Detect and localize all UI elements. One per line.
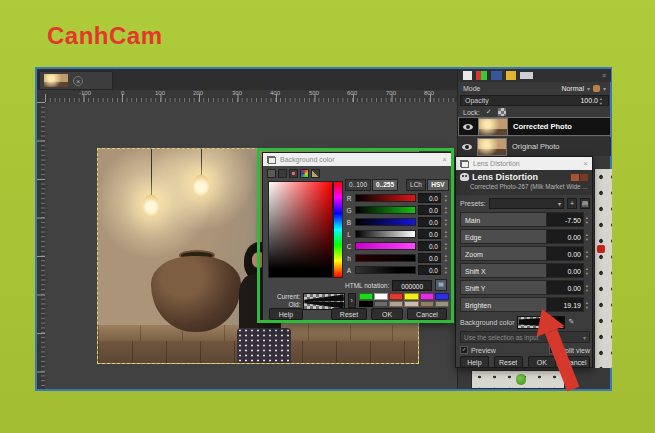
manage-presets-button[interactable]: ▤ bbox=[580, 198, 590, 209]
layer-row-corrected[interactable]: Corrected Photo bbox=[458, 117, 611, 136]
palette-swatch[interactable] bbox=[389, 301, 403, 308]
palette-arrow-button[interactable]: › bbox=[348, 293, 356, 308]
param-label[interactable]: Main bbox=[460, 212, 546, 227]
split-view-checkbox[interactable] bbox=[549, 346, 557, 354]
channel-value[interactable]: 0.0 bbox=[418, 217, 441, 227]
ok-button[interactable]: OK bbox=[371, 308, 403, 320]
cancel-button[interactable]: Cancel bbox=[561, 356, 590, 368]
channel-slider[interactable] bbox=[355, 266, 416, 274]
layer-name[interactable]: Corrected Photo bbox=[513, 122, 572, 131]
paths-tab-icon[interactable] bbox=[491, 71, 502, 80]
brush-thumbnail-green[interactable] bbox=[516, 374, 526, 385]
undo-history-tab-icon[interactable] bbox=[506, 71, 516, 80]
channel-slider[interactable] bbox=[355, 206, 416, 214]
mode-switch-icon[interactable] bbox=[593, 85, 600, 92]
param-value[interactable]: 0.00 bbox=[546, 246, 584, 261]
presets-dropdown[interactable]: ▾ bbox=[489, 198, 564, 209]
close-icon[interactable]: × bbox=[442, 155, 447, 164]
saturation-value-square[interactable] bbox=[268, 181, 333, 278]
lock-alpha-icon[interactable] bbox=[498, 108, 506, 116]
param-value[interactable]: 19.19 bbox=[546, 297, 584, 312]
param-label[interactable]: Edge bbox=[460, 229, 546, 244]
lens-dialog-titlebar[interactable]: Lens Distortion × bbox=[456, 157, 592, 170]
param-label[interactable]: Shift Y bbox=[460, 280, 546, 295]
html-notation-input[interactable]: 000000 bbox=[392, 280, 432, 291]
palette-swatch[interactable] bbox=[404, 301, 418, 308]
tab-close-icon[interactable]: × bbox=[73, 76, 83, 86]
mode-chevron-icon[interactable]: ▾ bbox=[587, 85, 590, 92]
channel-slider[interactable] bbox=[355, 254, 416, 262]
param-label[interactable]: Zoom bbox=[460, 246, 546, 261]
cancel-button[interactable]: Cancel bbox=[407, 308, 447, 320]
layers-tab-icon[interactable] bbox=[463, 71, 472, 80]
palette-swatch[interactable] bbox=[435, 301, 449, 308]
gimp-selector-tab[interactable] bbox=[267, 169, 276, 178]
param-value[interactable]: 0.00 bbox=[546, 229, 584, 244]
layer-row-original[interactable]: Original Photo bbox=[458, 137, 611, 156]
help-button[interactable]: Help bbox=[269, 308, 303, 320]
spinner[interactable] bbox=[584, 229, 590, 244]
dock-menu-icon[interactable]: ≡ bbox=[602, 72, 606, 79]
lock-pixels-icon[interactable]: ✓ bbox=[486, 108, 492, 116]
palette-swatch[interactable] bbox=[389, 293, 403, 300]
channel-slider[interactable] bbox=[355, 218, 416, 226]
range-0-100-button[interactable]: 0..100 bbox=[345, 179, 371, 191]
reset-button[interactable]: Reset bbox=[331, 308, 367, 320]
opacity-value[interactable]: 100.0 bbox=[580, 97, 598, 104]
palette-swatch[interactable] bbox=[435, 293, 449, 300]
channel-value[interactable]: 0.0 bbox=[418, 265, 441, 275]
lch-button[interactable]: LCh bbox=[406, 179, 426, 191]
channels-tab-icon[interactable] bbox=[476, 71, 487, 80]
add-preset-button[interactable]: + bbox=[567, 198, 577, 209]
opacity-spinner[interactable] bbox=[598, 96, 604, 106]
channel-value[interactable]: 0.0 bbox=[418, 229, 441, 239]
channel-slider[interactable] bbox=[355, 194, 416, 202]
channel-slider[interactable] bbox=[355, 242, 416, 250]
spinner[interactable] bbox=[443, 241, 449, 251]
param-label[interactable]: Brighten bbox=[460, 297, 546, 312]
channel-value[interactable]: 0.0 bbox=[418, 193, 441, 203]
brushes-panel-sliver[interactable] bbox=[594, 169, 612, 368]
palette-swatch[interactable] bbox=[374, 293, 388, 300]
palette-swatch[interactable] bbox=[420, 301, 434, 308]
channel-value[interactable]: 0.0 bbox=[418, 253, 441, 263]
opacity-slider[interactable]: Opacity 100.0 bbox=[460, 95, 609, 106]
visibility-eye-icon[interactable] bbox=[463, 124, 473, 130]
palette-selector-tab[interactable] bbox=[311, 169, 320, 178]
spinner[interactable] bbox=[584, 280, 590, 295]
palette-swatch[interactable] bbox=[359, 293, 373, 300]
palette-swatch[interactable] bbox=[374, 301, 388, 308]
image-tab[interactable]: × bbox=[39, 71, 113, 90]
copy-clipboard-icon[interactable]: ▤ bbox=[435, 279, 447, 291]
channel-slider[interactable] bbox=[355, 230, 416, 238]
horizontal-ruler[interactable]: -100 0 100 200 300 400 500 600 700 800 bbox=[45, 90, 457, 102]
vertical-ruler[interactable] bbox=[37, 102, 45, 389]
ok-button[interactable]: OK bbox=[528, 356, 557, 368]
spinner[interactable] bbox=[443, 253, 449, 263]
brushes-strip[interactable] bbox=[471, 370, 565, 389]
spinner[interactable] bbox=[443, 205, 449, 215]
spinner[interactable] bbox=[443, 265, 449, 275]
param-value[interactable]: -7.50 bbox=[546, 212, 584, 227]
spinner[interactable] bbox=[584, 246, 590, 261]
param-label[interactable]: Shift X bbox=[460, 263, 546, 278]
palette-swatch[interactable] bbox=[359, 301, 373, 308]
spinner[interactable] bbox=[443, 193, 449, 203]
param-value[interactable]: 0.00 bbox=[546, 280, 584, 295]
spinner[interactable] bbox=[443, 229, 449, 239]
range-0-255-button[interactable]: 0..255 bbox=[372, 179, 398, 191]
channel-value[interactable]: 0.0 bbox=[418, 205, 441, 215]
wheel-selector-tab[interactable] bbox=[300, 169, 309, 178]
watercolor-selector-tab[interactable] bbox=[289, 169, 298, 178]
spinner[interactable] bbox=[584, 263, 590, 278]
hue-strip[interactable] bbox=[333, 181, 343, 278]
reset-button[interactable]: Reset bbox=[494, 356, 523, 368]
channel-value[interactable]: 0.0 bbox=[418, 241, 441, 251]
preview-checkbox[interactable]: ✓ bbox=[460, 346, 468, 354]
palette-swatch[interactable] bbox=[420, 293, 434, 300]
device-status-tab-icon[interactable] bbox=[520, 72, 533, 79]
palette-swatch[interactable] bbox=[404, 293, 418, 300]
visibility-eye-icon[interactable] bbox=[462, 144, 472, 150]
spinner[interactable] bbox=[584, 297, 590, 312]
help-button[interactable]: Help bbox=[460, 356, 489, 368]
